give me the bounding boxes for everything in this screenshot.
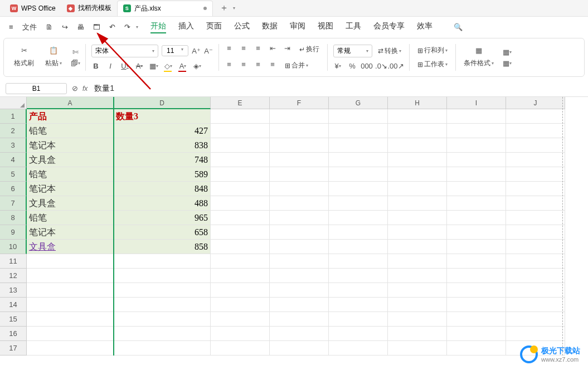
- convert-button[interactable]: ⇄转换▾: [376, 45, 404, 57]
- select-all-corner[interactable]: [0, 97, 27, 109]
- cell[interactable]: [388, 211, 447, 225]
- cell[interactable]: [447, 124, 506, 138]
- cell[interactable]: [388, 254, 447, 269]
- merge-button[interactable]: ⊞合并▾: [283, 60, 310, 71]
- cell-style-icon[interactable]: ▦▾: [503, 59, 512, 67]
- cell[interactable]: 858: [114, 240, 211, 254]
- cell[interactable]: [27, 254, 114, 269]
- file-menu[interactable]: 文件: [19, 20, 40, 35]
- cell[interactable]: [506, 254, 565, 269]
- cell[interactable]: [388, 327, 447, 341]
- template-tab[interactable]: ◆ 找稻壳模板: [61, 1, 117, 16]
- redo-button[interactable]: ↷: [121, 21, 134, 33]
- cell[interactable]: 笔记本: [27, 182, 114, 196]
- cell[interactable]: [506, 327, 565, 341]
- row-header[interactable]: 8: [0, 211, 27, 225]
- row-header[interactable]: 13: [0, 283, 27, 298]
- cell[interactable]: [388, 138, 447, 153]
- cell[interactable]: [211, 225, 270, 240]
- bold-icon[interactable]: B: [91, 62, 100, 71]
- cell[interactable]: [270, 298, 329, 312]
- new-tab-button[interactable]: ＋: [220, 2, 229, 14]
- cell[interactable]: 铅笔: [27, 124, 114, 138]
- cell[interactable]: 488: [114, 196, 211, 211]
- wrap-button[interactable]: ↵换行: [297, 43, 322, 55]
- cell[interactable]: [447, 298, 506, 312]
- decrease-decimal-icon[interactable]: .0↘: [377, 62, 386, 71]
- cell[interactable]: [211, 109, 270, 124]
- cell[interactable]: 铅笔: [27, 167, 114, 182]
- cell[interactable]: [329, 327, 388, 341]
- cell[interactable]: [329, 298, 388, 312]
- cell[interactable]: [27, 312, 114, 327]
- cell[interactable]: [329, 341, 388, 356]
- cell[interactable]: [27, 298, 114, 312]
- align-middle-icon[interactable]: ≡: [239, 43, 248, 52]
- cell[interactable]: [211, 167, 270, 182]
- cell[interactable]: [329, 254, 388, 269]
- cell[interactable]: [447, 211, 506, 225]
- cell[interactable]: [447, 138, 506, 153]
- increase-decimal-icon[interactable]: .00↗: [391, 62, 400, 71]
- cell[interactable]: [447, 153, 506, 167]
- cell[interactable]: [388, 341, 447, 356]
- indent-decrease-icon[interactable]: ⇤: [268, 43, 277, 52]
- tabs-dropdown-icon[interactable]: ▾: [233, 6, 235, 11]
- cell[interactable]: [329, 196, 388, 211]
- cell[interactable]: [329, 138, 388, 153]
- decrease-font-icon[interactable]: A⁻: [204, 46, 213, 55]
- cell[interactable]: [211, 341, 270, 356]
- cell[interactable]: [114, 312, 211, 327]
- cell[interactable]: [114, 341, 211, 356]
- cell[interactable]: [211, 298, 270, 312]
- cell[interactable]: [329, 269, 388, 283]
- format-painter-label[interactable]: 格式刷: [12, 57, 36, 69]
- tab-formula[interactable]: 公式: [234, 21, 250, 33]
- cell[interactable]: [270, 327, 329, 341]
- column-header[interactable]: G: [329, 97, 388, 109]
- cell[interactable]: [329, 182, 388, 196]
- cell[interactable]: [506, 240, 565, 254]
- cell[interactable]: 427: [114, 124, 211, 138]
- cell[interactable]: [27, 269, 114, 283]
- row-header[interactable]: 15: [0, 312, 27, 327]
- cell[interactable]: [506, 211, 565, 225]
- row-header[interactable]: 1: [0, 109, 27, 124]
- row-header[interactable]: 9: [0, 225, 27, 240]
- cell[interactable]: [270, 182, 329, 196]
- italic-icon[interactable]: I: [106, 62, 115, 71]
- cell[interactable]: [211, 240, 270, 254]
- cell[interactable]: [506, 124, 565, 138]
- percent-icon[interactable]: %: [348, 62, 357, 71]
- export-button[interactable]: ↪: [59, 21, 71, 33]
- cell[interactable]: [388, 269, 447, 283]
- font-size-select[interactable]: 11▾: [162, 45, 188, 56]
- cell[interactable]: [329, 312, 388, 327]
- cell[interactable]: [270, 269, 329, 283]
- tab-review[interactable]: 审阅: [290, 21, 305, 33]
- align-bottom-icon[interactable]: ≡: [254, 43, 263, 52]
- cell[interactable]: 文具盒: [27, 196, 114, 211]
- underline-icon[interactable]: U▾: [120, 62, 129, 71]
- cell[interactable]: [447, 196, 506, 211]
- fill-color-icon[interactable]: ◇▾: [164, 62, 173, 71]
- cancel-formula-icon[interactable]: ⊘: [70, 84, 79, 93]
- cut-icon[interactable]: ✄: [71, 47, 80, 56]
- row-header[interactable]: 6: [0, 182, 27, 196]
- strikethrough-icon[interactable]: A▾: [135, 62, 144, 71]
- column-header[interactable]: A: [27, 97, 114, 109]
- cell[interactable]: [27, 341, 114, 356]
- row-header[interactable]: 16: [0, 327, 27, 341]
- row-header[interactable]: 11: [0, 254, 27, 269]
- cell[interactable]: [211, 327, 270, 341]
- cell[interactable]: [506, 312, 565, 327]
- column-header[interactable]: J: [506, 97, 565, 109]
- cell[interactable]: [27, 283, 114, 298]
- number-format-select[interactable]: 常规▾: [333, 45, 372, 57]
- cell[interactable]: [329, 167, 388, 182]
- cell[interactable]: [447, 341, 506, 356]
- cell[interactable]: 848: [114, 182, 211, 196]
- cell[interactable]: [447, 182, 506, 196]
- cell[interactable]: [447, 312, 506, 327]
- file-tab[interactable]: S 产品.xlsx: [117, 1, 213, 16]
